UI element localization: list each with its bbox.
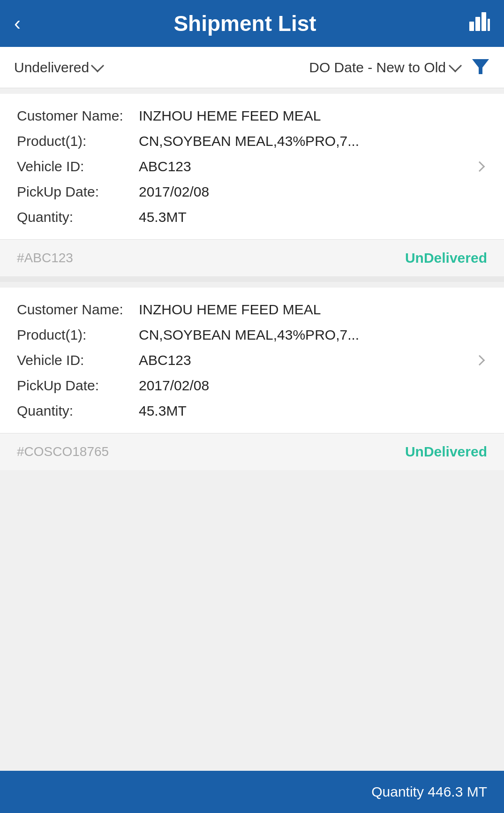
svg-rect-3 bbox=[488, 19, 490, 31]
product-value: CN,SOYBEAN MEAL,43%PRO,7... bbox=[139, 133, 487, 149]
filter-button[interactable] bbox=[471, 57, 490, 77]
quantity-label: Quantity: bbox=[17, 209, 139, 225]
quantity-row: Quantity: 45.3MT bbox=[17, 209, 487, 225]
product-row: Product(1): CN,SOYBEAN MEAL,43%PRO,7... bbox=[17, 133, 487, 149]
svg-rect-2 bbox=[481, 12, 486, 31]
vehicle-id-label: Vehicle ID: bbox=[17, 352, 139, 368]
customer-name-row: Customer Name: INZHOU HEME FEED MEAL bbox=[17, 108, 487, 124]
svg-marker-4 bbox=[472, 59, 489, 74]
card-footer[interactable]: #ABC123 UnDelivered bbox=[0, 239, 504, 276]
customer-name-row: Customer Name: INZHOU HEME FEED MEAL bbox=[17, 302, 487, 318]
filter-bar: Undelivered DO Date - New to Old bbox=[0, 47, 504, 88]
funnel-icon bbox=[471, 57, 490, 76]
card-id: #ABC123 bbox=[17, 251, 73, 266]
pickup-date-label: PickUp Date: bbox=[17, 184, 139, 200]
vehicle-id-row[interactable]: Vehicle ID: ABC123 bbox=[17, 352, 487, 368]
product-row: Product(1): CN,SOYBEAN MEAL,43%PRO,7... bbox=[17, 327, 487, 343]
customer-name-value: INZHOU HEME FEED MEAL bbox=[139, 108, 487, 124]
quantity-value: 45.3MT bbox=[139, 209, 487, 225]
shipment-details: Customer Name: INZHOU HEME FEED MEAL Pro… bbox=[0, 288, 504, 433]
sort-filter-chevron bbox=[449, 59, 462, 72]
shipment-card: Customer Name: INZHOU HEME FEED MEAL Pro… bbox=[0, 288, 504, 470]
shipment-details: Customer Name: INZHOU HEME FEED MEAL Pro… bbox=[0, 94, 504, 239]
shipment-card: Customer Name: INZHOU HEME FEED MEAL Pro… bbox=[0, 94, 504, 276]
card-id: #COSCO18765 bbox=[17, 444, 109, 459]
product-label: Product(1): bbox=[17, 327, 139, 343]
vehicle-chevron-right bbox=[474, 161, 485, 172]
separator bbox=[0, 276, 504, 282]
pickup-date-row: PickUp Date: 2017/02/08 bbox=[17, 184, 487, 200]
status-filter[interactable]: Undelivered bbox=[14, 60, 102, 76]
sort-filter-label: DO Date - New to Old bbox=[309, 60, 446, 76]
back-button[interactable]: ‹ bbox=[14, 14, 21, 33]
pickup-date-value: 2017/02/08 bbox=[139, 378, 487, 394]
chart-icon-button[interactable] bbox=[469, 12, 490, 35]
pickup-date-row: PickUp Date: 2017/02/08 bbox=[17, 378, 487, 394]
quantity-row: Quantity: 45.3MT bbox=[17, 403, 487, 419]
bottom-bar: Quantity 446.3 MT bbox=[0, 771, 504, 813]
page-title: Shipment List bbox=[21, 11, 469, 36]
vehicle-id-value: ABC123 bbox=[139, 159, 476, 175]
shipment-list: Customer Name: INZHOU HEME FEED MEAL Pro… bbox=[0, 88, 504, 470]
pickup-date-value: 2017/02/08 bbox=[139, 184, 487, 200]
customer-name-value: INZHOU HEME FEED MEAL bbox=[139, 302, 487, 318]
quantity-label: Quantity: bbox=[17, 403, 139, 419]
chart-icon bbox=[469, 12, 490, 31]
svg-rect-0 bbox=[469, 22, 474, 31]
vehicle-chevron-right bbox=[474, 355, 485, 366]
card-status: UnDelivered bbox=[405, 444, 487, 460]
total-quantity: Quantity 446.3 MT bbox=[371, 784, 487, 800]
sort-filter[interactable]: DO Date - New to Old bbox=[309, 60, 460, 76]
card-footer[interactable]: #COSCO18765 UnDelivered bbox=[0, 433, 504, 470]
customer-name-label: Customer Name: bbox=[17, 302, 139, 318]
vehicle-id-value: ABC123 bbox=[139, 352, 476, 368]
card-status: UnDelivered bbox=[405, 250, 487, 266]
vehicle-id-row[interactable]: Vehicle ID: ABC123 bbox=[17, 159, 487, 175]
product-label: Product(1): bbox=[17, 133, 139, 149]
product-value: CN,SOYBEAN MEAL,43%PRO,7... bbox=[139, 327, 487, 343]
customer-name-label: Customer Name: bbox=[17, 108, 139, 124]
pickup-date-label: PickUp Date: bbox=[17, 378, 139, 394]
quantity-value: 45.3MT bbox=[139, 403, 487, 419]
status-filter-chevron bbox=[91, 59, 104, 72]
status-filter-label: Undelivered bbox=[14, 60, 89, 76]
app-header: ‹ Shipment List bbox=[0, 0, 504, 47]
svg-rect-1 bbox=[475, 17, 480, 31]
vehicle-id-label: Vehicle ID: bbox=[17, 159, 139, 175]
